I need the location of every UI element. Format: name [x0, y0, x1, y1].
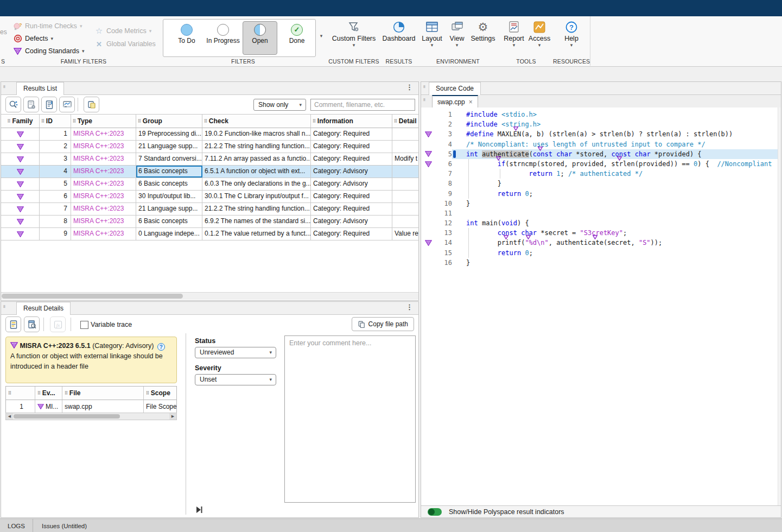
table-row[interactable]: 5MISRA C++:20236 Basic concepts6.0.3 The… [1, 178, 418, 191]
cell-information[interactable]: Category: Required [311, 141, 392, 153]
run-analysis-button[interactable] [23, 97, 39, 112]
code-line[interactable]: 3#define MAXLEN(a, b) (strlen(a) > strle… [421, 129, 781, 139]
cell-check[interactable]: 7.11.2 An array passed as a functio... [202, 153, 311, 165]
result-marker-icon[interactable] [421, 238, 432, 248]
code-line[interactable]: 11 [421, 208, 781, 218]
new-results-button[interactable] [5, 97, 21, 112]
close-icon[interactable]: × [469, 97, 473, 107]
tab-logs[interactable]: LOGS [0, 519, 33, 532]
events-table-row[interactable]: 1 MI... swap.cpp File Scope [5, 400, 177, 414]
show-only-dropdown[interactable]: Show only ▾ [253, 99, 306, 111]
copy-results-button[interactable] [84, 97, 99, 112]
cell-group[interactable]: 6 Basic concepts [136, 216, 202, 227]
severity-dropdown[interactable]: Unset ▾ [195, 374, 276, 385]
show-call-graph-button[interactable]: fx [50, 316, 66, 332]
code-line[interactable]: 13 const char *secret = "S3cretKey"; [421, 228, 781, 238]
filter-done-button[interactable]: ✓ Done [279, 21, 314, 55]
cell-group[interactable]: 6 Basic concepts [136, 166, 202, 178]
cell-family-icon[interactable] [1, 178, 40, 190]
events-column-blank[interactable]: ⠿ [6, 387, 35, 400]
cell-detail[interactable] [392, 166, 418, 178]
next-result-button[interactable] [195, 505, 205, 515]
code-line[interactable]: 1#include <stdio.h> [421, 110, 781, 119]
code-line[interactable]: 14 printf("%d\n", authenticate(secret, "… [421, 238, 781, 248]
settings-button[interactable]: ⚙ Settings [469, 20, 497, 42]
cell-type[interactable]: MISRA C++:2023 [71, 178, 136, 190]
cell-group[interactable]: 6 Basic concepts [136, 178, 202, 190]
filter-todo-button[interactable]: To Do [169, 21, 204, 55]
panel-menu-icon[interactable]: ⋮ [406, 303, 413, 311]
cell-information[interactable]: Category: Required [311, 153, 392, 165]
result-marker-icon[interactable] [421, 129, 432, 139]
cell-detail[interactable] [392, 141, 418, 153]
cell-group[interactable]: 0 Language indepe... [136, 228, 202, 240]
cell-group[interactable]: 21 Language supp... [136, 203, 202, 215]
code-line[interactable]: 2#include <string.h> [421, 119, 781, 129]
cell-detail[interactable]: Modify t [392, 153, 418, 165]
open-report-button[interactable] [41, 97, 57, 112]
cell-information[interactable]: Category: Advisory [311, 216, 392, 227]
cell-family-icon[interactable] [1, 141, 40, 153]
cell-information[interactable]: Category: Advisory [311, 166, 392, 178]
defects-button[interactable]: Defects ▾ [13, 33, 53, 44]
table-row[interactable]: 4MISRA C++:20236 Basic concepts6.5.1 A f… [1, 166, 418, 178]
global-variables-button[interactable]: ✕ Global Variables [94, 39, 156, 49]
results-search-input[interactable] [310, 99, 415, 111]
scroll-left-icon[interactable]: ◀ [6, 413, 13, 420]
column-header-id[interactable]: ⠿ID [40, 115, 71, 128]
events-column-file[interactable]: ⠿File [62, 387, 144, 400]
cell-type[interactable]: MISRA C++:2023 [71, 153, 136, 165]
status-dropdown[interactable]: Unreviewed ▾ [195, 347, 276, 358]
code-line[interactable]: 6 if(strncmp(stored, provided, strlen(pr… [421, 159, 781, 169]
scrollbar-thumb[interactable] [14, 414, 120, 419]
code-line[interactable]: 16} [421, 258, 781, 268]
panel-grip-icon[interactable]: ≡ [3, 303, 5, 309]
column-header-information[interactable]: ⠿Information [311, 115, 392, 128]
cell-check[interactable]: 6.0.3 The only declarations in the g... [202, 178, 311, 190]
code-line[interactable]: 5int authenticate(const char *stored, co… [421, 149, 781, 159]
code-line[interactable]: 10} [421, 199, 781, 208]
cell-id[interactable]: 9 [40, 228, 71, 240]
cell-check[interactable]: 30.0.1 The C Library input/output f... [202, 191, 311, 202]
cell-information[interactable]: Category: Required [311, 128, 392, 140]
cell-id[interactable]: 3 [40, 153, 71, 165]
code-line[interactable]: 12int main(void) { [421, 218, 781, 228]
file-tab-swap-cpp[interactable]: swap.cpp × [432, 95, 478, 109]
tab-results-list[interactable]: Results List [16, 82, 64, 96]
help-button[interactable]: ? Help ▾ [553, 20, 590, 48]
scroll-right-icon[interactable]: ▶ [169, 413, 176, 420]
scrollbar-thumb[interactable] [2, 294, 183, 299]
cell-detail[interactable] [392, 203, 418, 215]
code-vertical-scrollbar[interactable] [778, 107, 781, 505]
cell-detail[interactable] [392, 128, 418, 140]
cell-check[interactable]: 0.1.2 The value returned by a funct... [202, 228, 311, 240]
cell-id[interactable]: 1 [40, 128, 71, 140]
code-line[interactable]: 9 return 0; [421, 189, 781, 199]
custom-filters-button[interactable]: Custom Filters ▾ [327, 20, 381, 48]
column-header-check[interactable]: ⠿Check [202, 115, 311, 128]
column-header-detail[interactable]: ⠿Detail [392, 115, 418, 128]
table-row[interactable]: 8MISRA C++:20236 Basic concepts6.9.2 The… [1, 216, 418, 228]
tab-result-details[interactable]: Result Details [16, 302, 71, 315]
table-row[interactable]: 6MISRA C++:202330 Input/output lib...30.… [1, 191, 418, 203]
cell-family-icon[interactable] [1, 203, 40, 215]
cell-check[interactable]: 21.2.2 The string handling function... [202, 141, 311, 153]
cell-id[interactable]: 7 [40, 203, 71, 215]
open-dashboard-button[interactable] [59, 97, 75, 112]
table-row[interactable]: 9MISRA C++:20230 Language indepe...0.1.2… [1, 228, 418, 240]
filter-in-progress-button[interactable]: In Progress [206, 21, 240, 55]
cell-family-icon[interactable] [1, 153, 40, 165]
cell-information[interactable]: Category: Advisory [311, 178, 392, 190]
cell-detail[interactable] [392, 178, 418, 190]
runtime-checks-button[interactable]: ? Run-time Checks ▾ [13, 21, 82, 31]
cell-family-icon[interactable] [1, 228, 40, 240]
cell-group[interactable]: 21 Language supp... [136, 141, 202, 153]
comment-input[interactable] [284, 335, 416, 503]
results-horizontal-scrollbar[interactable] [1, 292, 418, 300]
cell-check[interactable]: 21.2.2 The string handling function... [202, 203, 311, 215]
variable-trace-checkbox[interactable] [80, 321, 88, 329]
code-line[interactable]: 8 } [421, 179, 781, 188]
coding-standards-button[interactable]: Coding Standards ▾ [13, 46, 85, 56]
cell-type[interactable]: MISRA C++:2023 [71, 203, 136, 215]
cell-information[interactable]: Category: Required [311, 191, 392, 202]
